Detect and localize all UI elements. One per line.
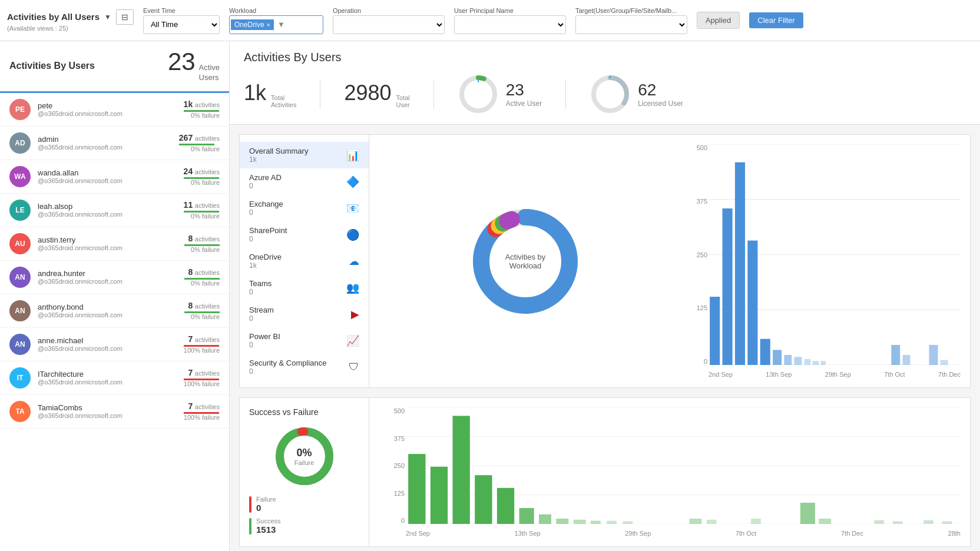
workload-item[interactable]: Exchange 0 📧 [240, 195, 369, 221]
user-count-label: activities [195, 269, 220, 276]
user-name: leah.alsop [38, 202, 177, 211]
user-item[interactable]: AD admin @o365droid.onmicrosoft.com 267 … [0, 127, 229, 160]
svg-rect-43 [475, 475, 492, 524]
user-info: austin.terry @o365droid.onmicrosoft.com [38, 235, 177, 251]
user-item[interactable]: TA TamiaCombs @o365droid.onmicrosoft.com… [0, 395, 229, 429]
workload-tag-select[interactable]: OneDrive × ▼ [229, 15, 323, 34]
target-filter: Target(User/Group/File/Site/Mailb... [575, 7, 687, 34]
workload-item[interactable]: Overall Summary 1k 📊 [240, 142, 369, 168]
svg-rect-20 [747, 241, 757, 365]
user-stats: 267 activities 0% failure [179, 133, 220, 152]
svg-rect-53 [707, 520, 717, 524]
workload-dropdown-arrow[interactable]: ▼ [275, 18, 287, 31]
total-activities-label-top: Total [271, 94, 296, 101]
operation-select[interactable] [333, 15, 445, 34]
user-failure-label: 0% failure [184, 213, 220, 220]
svg-rect-49 [591, 521, 601, 524]
workload-icon: 🔵 [346, 228, 359, 241]
svg-rect-60 [942, 522, 952, 525]
workload-item-left: Security & Compliance 0 [249, 359, 327, 376]
view-dropdown-icon[interactable]: ▼ [104, 13, 111, 21]
success-bar-indicator [249, 518, 251, 535]
user-info: anne.michael @o365droid.onmicrosoft.com [38, 336, 177, 352]
donut-label: Activities by Workload [496, 253, 555, 270]
licensed-user-label: Licensed User [638, 99, 683, 108]
user-item[interactable]: LE leah.alsop @o365droid.onmicrosoft.com… [0, 194, 229, 227]
filter-icon-button[interactable]: ⊟ [116, 9, 134, 25]
workload-icon: 🔷 [346, 175, 359, 188]
workload-icon: ☁ [349, 255, 359, 268]
user-name: andrea.hunter [38, 269, 177, 278]
user-count-label: activities [195, 336, 220, 343]
event-time-label: Event Time [143, 7, 220, 14]
user-item[interactable]: WA wanda.allan @o365droid.onmicrosoft.co… [0, 160, 229, 194]
user-item[interactable]: AN anne.michael @o365droid.onmicrosoft.c… [0, 328, 229, 361]
blue-bar-chart: 500 375 250 125 0 [681, 135, 970, 387]
user-count-label: activities [195, 303, 220, 310]
target-label: Target(User/Group/File/Site/Mailb... [575, 7, 687, 14]
workload-name: Power BI [249, 332, 280, 341]
user-stats: 7 activities 100% failure [184, 334, 220, 354]
workload-item[interactable]: Security & Compliance 0 🛡 [240, 354, 369, 380]
active-gauge-svg [458, 74, 499, 115]
workload-item[interactable]: Power BI 0 📈 [240, 327, 369, 354]
user-item[interactable]: PE pete @o365droid.onmicrosoft.com 1k ac… [0, 93, 229, 127]
user-avatar: PE [9, 99, 31, 120]
user-item[interactable]: AN anthony.bond @o365droid.onmicrosoft.c… [0, 294, 229, 328]
workload-name: Overall Summary [249, 147, 308, 155]
user-failure-label: 0% failure [184, 179, 220, 186]
workload-item[interactable]: SharePoint 0 🔵 [240, 221, 369, 248]
content-title: Activities By Users [244, 51, 966, 64]
workload-panel: Overall Summary 1k 📊 Azure AD 0 🔷 Exchan… [240, 135, 369, 387]
svg-rect-28 [891, 345, 900, 365]
svg-rect-54 [751, 519, 761, 524]
sidebar-active-label: Active [199, 63, 220, 73]
workload-item[interactable]: OneDrive 1k ☁ [240, 248, 369, 274]
target-select[interactable] [575, 15, 687, 34]
workload-item-left: Azure AD 0 [249, 173, 282, 190]
upn-select[interactable] [454, 15, 566, 34]
workload-name: Stream [249, 306, 274, 314]
svg-rect-40 [408, 454, 425, 524]
failure-bar-indicator [249, 496, 251, 513]
user-count-label: activities [195, 101, 220, 108]
user-item[interactable]: AU austin.terry @o365droid.onmicrosoft.c… [0, 227, 229, 261]
view-title: Activities by All Users [7, 12, 100, 22]
workload-item[interactable]: Stream 0 ▶ [240, 301, 369, 327]
user-avatar: IT [9, 367, 31, 389]
user-count: 8 [188, 301, 193, 310]
svg-rect-18 [723, 208, 733, 365]
user-avatar: WA [9, 166, 31, 187]
total-user-stat: 2980 Total User [344, 81, 409, 108]
user-item[interactable]: IT ITarchitecture @o365droid.onmicrosoft… [0, 361, 229, 395]
workload-tag-remove[interactable]: × [267, 21, 270, 28]
workload-item[interactable]: Teams 0 👥 [240, 274, 369, 301]
failure-label: Failure [256, 496, 276, 503]
svg-rect-59 [923, 520, 933, 524]
svg-rect-23 [784, 355, 792, 365]
user-count: 11 [184, 200, 193, 210]
user-name: pete [38, 101, 177, 110]
sidebar-count: 23 Active Users [168, 49, 220, 83]
clear-filter-button[interactable]: Clear Filter [749, 12, 803, 28]
donut-area: Activities by Workload [379, 135, 672, 387]
user-stats: 7 activities 100% failure [184, 401, 220, 421]
licensed-user-gauge: 62 Licensed User [590, 74, 683, 115]
user-name: ITarchitecture [38, 370, 177, 379]
donut-container: Activities by Workload [466, 203, 584, 320]
user-failure-label: 100% failure [184, 380, 220, 387]
workload-count: 0 [249, 367, 327, 376]
user-avatar: AN [9, 334, 31, 355]
charts-section: Overall Summary 1k 📊 Azure AD 0 🔷 Exchan… [230, 125, 980, 551]
user-info: wanda.allan @o365droid.onmicrosoft.com [38, 168, 177, 184]
green-chart-svg [406, 407, 961, 524]
success-label: Success [256, 517, 281, 525]
svf-failure-item: Failure 0 [249, 496, 359, 513]
upn-label: User Principal Name [454, 7, 566, 14]
event-time-select[interactable]: All Time [143, 15, 220, 34]
svg-rect-52 [689, 519, 701, 524]
user-item[interactable]: AN andrea.hunter @o365droid.onmicrosoft.… [0, 261, 229, 294]
available-views-label: (Available views : 25) [7, 25, 134, 32]
applied-button[interactable]: Applied [697, 12, 740, 29]
workload-item[interactable]: Azure AD 0 🔷 [240, 168, 369, 195]
